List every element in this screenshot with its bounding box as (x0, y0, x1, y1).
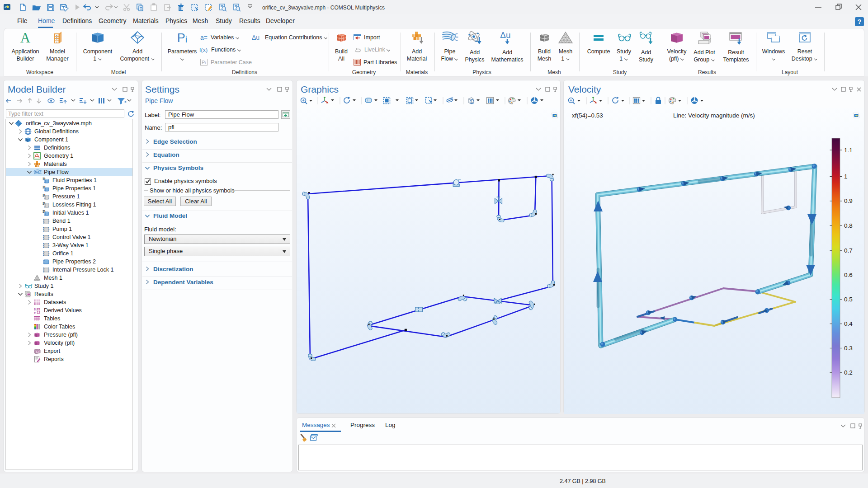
svg-text:0.6: 0.6 (844, 272, 853, 278)
svg-text:0.4: 0.4 (844, 320, 853, 327)
svg-text:0.9: 0.9 (844, 197, 853, 204)
svg-text:1.1: 1.1 (844, 147, 853, 154)
svg-text:8.85: 8.85 (34, 308, 40, 311)
svg-text:0.2: 0.2 (844, 369, 853, 376)
svg-text:0.8: 0.8 (844, 222, 853, 229)
svg-text:A: A (20, 31, 31, 44)
svg-text:a=: a= (200, 35, 208, 41)
svg-text:0.3: 0.3 (844, 345, 853, 352)
svg-text:Δu: Δu (500, 31, 510, 40)
svg-text:Δu: Δu (252, 34, 259, 41)
svg-text:f(x): f(x) (199, 47, 208, 53)
svg-text:1: 1 (844, 173, 848, 180)
svg-text:0.7: 0.7 (844, 247, 853, 254)
svg-text:e-12: e-12 (34, 311, 40, 314)
svg-text:Pi: Pi (177, 31, 187, 44)
svg-text:0.5: 0.5 (844, 296, 853, 303)
svg-text:Pi: Pi (202, 60, 206, 65)
